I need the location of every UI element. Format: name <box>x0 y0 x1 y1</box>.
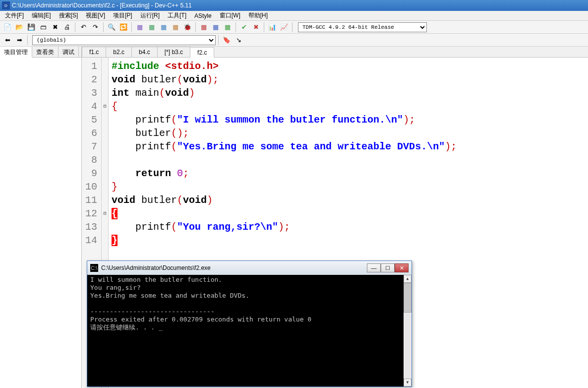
run-button[interactable]: ▦ <box>146 22 157 33</box>
tool-button-1[interactable]: ▦ <box>198 22 209 33</box>
menu-item[interactable]: 搜索[S] <box>56 10 81 21</box>
tool-button-3[interactable]: ▦ <box>222 22 233 33</box>
menu-item[interactable]: AStyle <box>191 11 215 20</box>
line-number: 5 <box>84 113 97 127</box>
bookmark-button[interactable]: 🔖 <box>221 35 232 46</box>
file-tab[interactable]: f1.c <box>82 47 106 57</box>
fold-marker <box>102 113 108 127</box>
console-title-text: C:\Users\Administrator\Documents\f2.exe <box>101 264 211 271</box>
maximize-button[interactable]: ☐ <box>381 263 395 272</box>
console-output[interactable]: I will summon the butler function. You r… <box>87 275 412 387</box>
profile-button-2[interactable]: 📈 <box>279 22 290 33</box>
code-line[interactable]: butler(); <box>112 127 585 140</box>
file-tabs: f1.cb2.cb4.c[*] b3.cf2.c <box>82 47 588 58</box>
rebuild-button[interactable]: ▦ <box>170 22 181 33</box>
goto-button[interactable]: ↘ <box>233 35 244 46</box>
code-line[interactable] <box>112 153 585 167</box>
line-number: 9 <box>84 167 97 180</box>
code-line[interactable]: { <box>112 100 585 113</box>
fold-marker[interactable]: ⊟ <box>102 100 108 113</box>
code-line[interactable]: void butler(void); <box>112 73 585 86</box>
stop-button[interactable]: ✖ <box>250 22 261 33</box>
project-panel-tabs: 项目管理查看类调试 <box>0 47 81 58</box>
menu-item[interactable]: 视图[V] <box>83 10 108 21</box>
nav-back-button[interactable]: ⬅ <box>2 35 13 46</box>
console-scrollbar[interactable]: ▲▼ <box>404 275 412 387</box>
fold-marker <box>102 127 108 140</box>
find-button[interactable]: 🔍 <box>106 22 117 33</box>
debug-button[interactable]: 🐞 <box>182 22 193 33</box>
new-file-button[interactable]: 📄 <box>2 22 13 33</box>
code-line[interactable]: } <box>112 180 585 194</box>
minimize-button[interactable]: — <box>367 263 381 272</box>
menu-item[interactable]: 帮助[H] <box>245 10 271 21</box>
separator <box>195 22 196 32</box>
separator <box>131 22 132 32</box>
fold-marker <box>102 60 108 73</box>
panel-tab[interactable]: 查看类 <box>32 47 59 57</box>
profile-button[interactable]: 📊 <box>267 22 278 33</box>
separator <box>103 22 104 32</box>
save-button[interactable]: 💾 <box>26 22 37 33</box>
code-line[interactable]: printf("I will summon the butler functio… <box>112 113 585 127</box>
code-line[interactable]: int main(void) <box>112 86 585 100</box>
fold-marker <box>102 220 108 234</box>
menu-item[interactable]: 项目[P] <box>110 10 135 21</box>
app-icon: D <box>2 1 10 9</box>
code-line[interactable]: } <box>112 234 585 247</box>
line-number: 4 <box>84 100 97 113</box>
fold-marker <box>102 180 108 194</box>
close-button[interactable]: ✕ <box>395 263 409 272</box>
line-number: 12 <box>84 207 97 220</box>
panel-tab[interactable]: 调试 <box>59 47 79 57</box>
undo-button[interactable]: ↶ <box>78 22 89 33</box>
globals-select[interactable]: (globals) <box>32 35 216 45</box>
file-tab[interactable]: b2.c <box>106 47 132 57</box>
nav-forward-button[interactable]: ➡ <box>14 35 25 46</box>
file-tab[interactable]: b4.c <box>131 47 158 57</box>
file-tab[interactable]: f2.c <box>190 47 214 58</box>
menu-item[interactable]: 运行[R] <box>137 10 163 21</box>
fold-marker[interactable]: ⊟ <box>102 207 108 220</box>
code-line[interactable]: #include <stdio.h> <box>112 60 585 73</box>
toolbar-main: 📄 📂 💾 🗃 ✖ 🖨 ↶ ↷ 🔍 🔁 ▦ ▦ ▦ ▦ 🐞 ▦ ▦ ▦ ✔ ✖ … <box>0 21 588 34</box>
replace-button[interactable]: 🔁 <box>118 22 129 33</box>
redo-button[interactable]: ↷ <box>90 22 101 33</box>
console-text: I will summon the butler function. You r… <box>90 276 311 331</box>
save-all-button[interactable]: 🗃 <box>38 22 49 33</box>
print-button[interactable]: 🖨 <box>61 22 72 33</box>
menu-item[interactable]: 工具[T] <box>165 10 189 21</box>
code-line[interactable]: void butler(void) <box>112 194 585 207</box>
line-number: 6 <box>84 127 97 140</box>
line-number: 10 <box>84 180 97 194</box>
menu-item[interactable]: 窗口[W] <box>217 10 243 21</box>
syntax-check-button[interactable]: ✔ <box>238 22 249 33</box>
scroll-down-icon[interactable]: ▼ <box>404 379 412 387</box>
file-tab[interactable]: [*] b3.c <box>157 47 190 57</box>
code-line[interactable]: printf("You rang,sir?\n"); <box>112 220 585 234</box>
compile-button[interactable]: ▦ <box>134 22 145 33</box>
separator <box>264 22 264 32</box>
line-number: 14 <box>84 234 97 247</box>
menu-item[interactable]: 文件[F] <box>2 10 27 21</box>
menu-item[interactable]: 编辑[E] <box>29 10 54 21</box>
menu-bar: 文件[F]编辑[E]搜索[S]视图[V]项目[P]运行[R]工具[T]AStyl… <box>0 11 588 21</box>
panel-tab[interactable]: 项目管理 <box>0 47 32 58</box>
code-line[interactable]: return 0; <box>112 167 585 180</box>
fold-marker <box>102 140 108 153</box>
scroll-thumb[interactable] <box>404 283 412 313</box>
project-panel: 项目管理查看类调试 <box>0 47 82 388</box>
console-titlebar[interactable]: C:\ C:\Users\Administrator\Documents\f2.… <box>87 261 412 275</box>
compile-run-button[interactable]: ▦ <box>158 22 169 33</box>
tool-button-2[interactable]: ▦ <box>210 22 221 33</box>
scroll-up-icon[interactable]: ▲ <box>404 275 412 283</box>
code-line[interactable]: printf("Yes.Bring me some tea and writea… <box>112 140 585 153</box>
code-line[interactable]: { <box>112 207 585 220</box>
toolbar-nav: ⬅ ➡ (globals) 🔖 ↘ <box>0 34 588 47</box>
close-file-button[interactable]: ✖ <box>50 22 60 33</box>
separator <box>27 35 28 45</box>
open-button[interactable]: 📂 <box>14 22 25 33</box>
separator <box>235 22 236 32</box>
project-tree[interactable] <box>0 58 81 388</box>
compiler-select[interactable]: TDM-GCC 4.9.2 64-bit Release <box>298 22 427 32</box>
